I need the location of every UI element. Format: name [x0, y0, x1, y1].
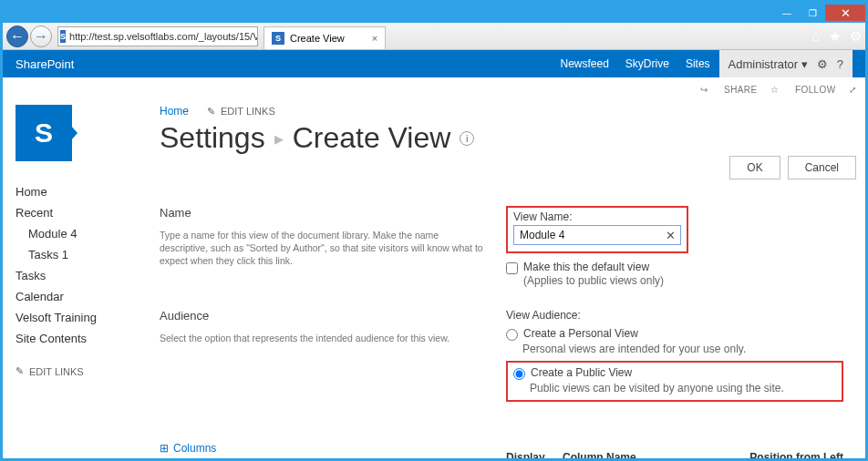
suite-link-sites[interactable]: Sites — [686, 57, 710, 70]
view-audience-label: View Audience: — [506, 309, 843, 322]
clear-input-icon[interactable]: ✕ — [666, 229, 676, 242]
browser-tab[interactable]: S Create View × — [264, 26, 386, 49]
browser-toolbar: ← → S http://test.sp.velsoftlabs.com/_la… — [3, 23, 865, 50]
pencil-icon — [16, 365, 24, 377]
window-close-button[interactable]: ✕ — [825, 5, 865, 21]
th-position: Position from Left — [734, 451, 843, 458]
ok-button[interactable]: OK — [729, 156, 780, 179]
th-display: Display — [506, 451, 552, 458]
default-view-label: Make this the default view — [523, 261, 664, 273]
section-audience-desc: Select the option that represents the in… — [160, 332, 488, 344]
nav-home[interactable]: Home — [16, 181, 149, 202]
page-title: Settings ▸ Create View i — [160, 121, 843, 155]
form-buttons: OK Cancel — [729, 156, 856, 179]
th-column-name: Column Name — [563, 451, 723, 458]
section-columns: ⊞ Columns Select or clear the check box … — [160, 424, 843, 458]
suite-user-menu[interactable]: Administrator ▾ ⚙ ? — [719, 50, 852, 77]
personal-view-label: Create a Personal View — [523, 327, 638, 340]
expand-icon: ⊞ — [160, 442, 169, 455]
tab-close-icon[interactable]: × — [372, 33, 377, 44]
default-view-checkbox[interactable] — [506, 262, 518, 274]
share-button[interactable]: ↪ SHARE — [700, 85, 758, 95]
browser-forward-button[interactable]: → — [30, 26, 52, 47]
nav-edit-links[interactable]: EDIT LINKS — [16, 365, 149, 377]
address-bar-url: http://test.sp.velsoftlabs.com/_layouts/… — [69, 31, 258, 42]
suite-link-newsfeed[interactable]: Newsfeed — [560, 57, 608, 70]
breadcrumb-edit-links[interactable]: EDIT LINKS — [207, 106, 275, 118]
cancel-button[interactable]: Cancel — [788, 156, 856, 179]
nav-calendar[interactable]: Calendar — [16, 286, 149, 307]
view-name-label: View Name: — [513, 210, 681, 223]
favorites-icon[interactable]: ★ — [829, 28, 841, 45]
window-minimize-button[interactable]: — — [774, 5, 800, 21]
columns-header-row: Display Column Name Position from Left — [506, 451, 843, 458]
personal-view-radio[interactable] — [506, 329, 518, 341]
title-settings[interactable]: Settings — [160, 121, 265, 155]
browser-right-icons: ⌂ ★ ⚙ — [811, 28, 862, 45]
public-view-label: Create a Public View — [531, 366, 632, 379]
tab-favicon: S — [272, 32, 284, 45]
address-bar[interactable]: S http://test.sp.velsoftlabs.com/_layout… — [57, 26, 258, 46]
section-name-desc: Type a name for this view of the documen… — [160, 229, 488, 268]
public-view-note: Public views can be visited by anyone us… — [530, 382, 836, 394]
section-audience-heading: Audience — [160, 309, 488, 323]
tab-title: Create View — [290, 33, 345, 44]
help-icon[interactable]: ? — [837, 57, 843, 71]
nav-tasks1[interactable]: Tasks 1 — [16, 244, 149, 265]
nav-velsoft-training[interactable]: Velsoft Training — [16, 307, 149, 328]
breadcrumb: Home EDIT LINKS — [160, 105, 843, 118]
nav-recent[interactable]: Recent — [16, 202, 149, 223]
view-name-highlight: View Name: ✕ — [506, 206, 688, 253]
site-logo[interactable]: S — [16, 105, 72, 161]
columns-expand-link[interactable]: ⊞ Columns — [160, 442, 488, 455]
info-icon[interactable]: i — [460, 131, 474, 146]
section-name: Name Type a name for this view of the do… — [160, 206, 843, 287]
focus-button[interactable]: ⤢ — [849, 85, 856, 95]
pencil-icon — [207, 106, 215, 118]
section-name-heading: Name — [160, 206, 488, 220]
page-content: Home EDIT LINKS Settings ▸ Create View i… — [149, 101, 865, 458]
personal-view-note: Personal views are intended for your use… — [522, 343, 843, 355]
settings-gear-icon[interactable]: ⚙ — [817, 57, 828, 71]
site-favicon: S — [60, 30, 66, 43]
sharepoint-suite-bar: SharePoint Newsfeed SkyDrive Sites Admin… — [3, 50, 865, 77]
public-view-radio[interactable] — [513, 368, 525, 380]
public-view-highlight: Create a Public View Public views can be… — [506, 361, 843, 402]
default-view-note: (Applies to public views only) — [523, 274, 664, 287]
title-separator-icon: ▸ — [274, 128, 284, 149]
follow-button[interactable]: ☆ FOLLOW — [770, 85, 836, 95]
view-name-input[interactable] — [513, 225, 681, 245]
quick-launch-nav: S Home Recent Module 4 Tasks 1 Tasks Cal… — [3, 101, 149, 458]
suite-brand[interactable]: SharePoint — [16, 57, 74, 71]
window-maximize-button[interactable]: ❐ — [800, 5, 825, 21]
title-create-view: Create View — [293, 121, 451, 155]
nav-site-contents[interactable]: Site Contents — [16, 328, 149, 349]
nav-module4[interactable]: Module 4 — [16, 223, 149, 244]
tools-icon[interactable]: ⚙ — [850, 28, 862, 45]
browser-back-button[interactable]: ← — [6, 26, 28, 47]
suite-link-skydrive[interactable]: SkyDrive — [625, 57, 669, 70]
window-titlebar: — ❐ ✕ — [3, 3, 865, 23]
section-audience: Audience Select the option that represen… — [160, 309, 843, 402]
home-icon[interactable]: ⌂ — [811, 28, 820, 45]
nav-tasks[interactable]: Tasks — [16, 265, 149, 286]
breadcrumb-home[interactable]: Home — [160, 105, 189, 118]
page-actions-bar: ↪ SHARE ☆ FOLLOW ⤢ — [3, 77, 865, 101]
